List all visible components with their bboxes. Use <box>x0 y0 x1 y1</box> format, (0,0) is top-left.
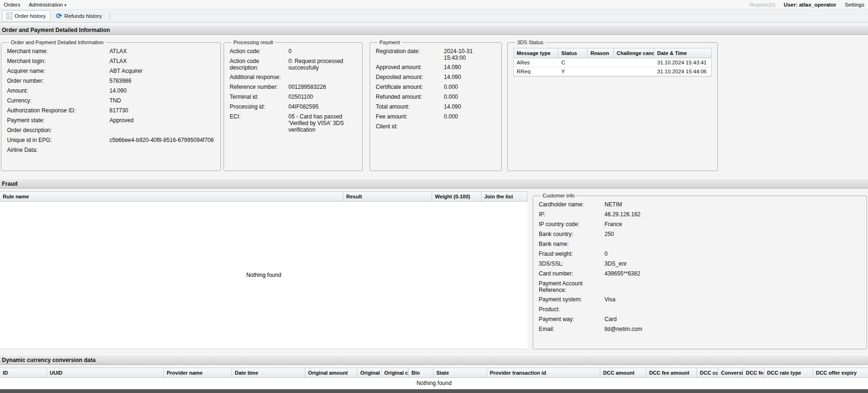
field-label: Processing id: <box>230 103 288 110</box>
field-row: Additional response: <box>230 74 356 81</box>
column-header[interactable]: DCC offer expiry <box>813 368 868 377</box>
table-cell <box>614 67 654 76</box>
field-row: Action code:0 <box>230 48 356 55</box>
order-details-fieldset: Order and Payment Detailed Information M… <box>1 39 221 171</box>
field-row: Fee amount:0.000 <box>376 113 496 120</box>
field-row: Refunded amount:0.000 <box>376 94 496 101</box>
field-row: Payment system:Visa <box>539 296 861 303</box>
table-cell: C <box>558 58 588 67</box>
threeds-status-legend: 3DS Status <box>515 39 545 45</box>
column-header[interactable]: Bin <box>409 368 434 377</box>
column-header[interactable]: Result <box>343 192 432 201</box>
field-row: Total amount:14.090 <box>376 103 496 110</box>
field-row: Product: <box>539 306 861 313</box>
field-row: Terminal id:02501100 <box>230 94 356 101</box>
field-value: TND <box>109 97 215 104</box>
column-header[interactable]: Join the list <box>481 192 527 201</box>
dcc-table-header: IDUUIDProvider nameDate timeOriginal amo… <box>0 368 868 378</box>
column-header[interactable]: DCC amount <box>600 368 646 377</box>
field-row: Payment Account Reference: <box>539 280 861 293</box>
column-header[interactable]: Reason <box>588 48 614 58</box>
fraud-table-header: Rule nameResultWeight (0-100)Join the li… <box>0 191 527 202</box>
menu-orders[interactable]: Orders <box>4 2 20 8</box>
field-value: ATLAX <box>109 58 215 64</box>
application-window: Orders Administration▾ Reports(0) User: … <box>0 0 868 393</box>
column-header[interactable]: DCC fee <box>743 368 764 377</box>
column-header[interactable]: Provider transaction id <box>487 368 600 377</box>
field-label: Amount: <box>7 87 109 94</box>
field-label: Payment state: <box>7 117 109 124</box>
field-label: Card number: <box>539 270 604 277</box>
field-label: Airline Data: <box>7 147 109 153</box>
column-header[interactable]: Original amount <box>305 368 357 377</box>
field-label: Certificate amount: <box>376 84 444 90</box>
field-value: 02501100 <box>288 94 356 100</box>
field-value: c5b6bee4-b920-40f8-8516-67995094f706 <box>109 137 215 143</box>
field-label: IP: <box>539 211 604 218</box>
table-row[interactable]: AResC31.10.2024 15:43:41 <box>514 58 711 67</box>
threeds-table-body: AResC31.10.2024 15:43:41RReqY31.10.2024 … <box>514 58 711 76</box>
column-header[interactable]: Original c <box>381 368 409 377</box>
threeds-table-header: Message typeStatusReasonChallenge cancel… <box>514 48 711 58</box>
column-header[interactable]: Provider name <box>164 368 232 377</box>
column-header[interactable]: DCC curr <box>697 368 718 377</box>
field-label: Reference number: <box>230 84 288 90</box>
column-header[interactable]: Message type <box>514 48 558 58</box>
fraud-table-empty-state: Nothing found <box>0 202 527 348</box>
menu-settings[interactable]: Settings <box>845 2 864 8</box>
table-cell: RReq <box>514 67 558 76</box>
field-value: 001289583226 <box>288 84 356 90</box>
field-row: Email:tld@netim.com <box>539 326 861 333</box>
column-header[interactable]: Date & Time <box>654 48 711 58</box>
customer-info-legend: Customer info <box>541 193 576 198</box>
column-header[interactable]: ID <box>0 368 47 377</box>
menu-administration[interactable]: Administration▾ <box>29 2 66 8</box>
field-row: Payment state:Approved <box>7 117 215 124</box>
field-value: 14.090 <box>444 64 496 71</box>
tab-order-history[interactable]: Order history <box>2 10 50 22</box>
tab-refunds-history-label: Refunds history <box>64 13 102 19</box>
table-cell: 31.10.2024 15:43:41 <box>654 58 711 67</box>
column-header[interactable]: UUID <box>47 368 164 377</box>
column-header[interactable]: Original f <box>357 368 381 377</box>
field-value: France <box>604 221 861 228</box>
field-row: Authorization Response ID:817730 <box>7 107 215 114</box>
field-row: Amount:14.090 <box>7 87 215 94</box>
field-label: Approved amount: <box>376 64 444 71</box>
field-value: Card <box>604 316 861 322</box>
column-header[interactable]: State <box>434 368 487 377</box>
field-label: Authorization Response ID: <box>7 107 109 114</box>
field-row: Processing id:04IF082595 <box>230 103 356 110</box>
field-value: 14.090 <box>444 74 496 80</box>
customer-info-fields: Cardholder name:NETIMIP:46.29.126.162IP … <box>539 201 861 333</box>
field-row: Bank name: <box>539 241 861 248</box>
column-header[interactable]: Conversi <box>718 368 743 377</box>
column-header[interactable]: Challenge cancel <box>614 48 654 58</box>
field-label: Action code description: <box>230 58 288 71</box>
tab-refunds-history[interactable]: ⟳ Refunds history <box>51 10 106 22</box>
field-label: Order number: <box>7 78 109 84</box>
field-value: 817730 <box>109 107 215 114</box>
column-header[interactable]: Status <box>558 48 588 58</box>
field-row: Unique id in EPG:c5b6bee4-b920-40f8-8516… <box>7 137 215 144</box>
field-row: Merchant name:ATLAX <box>7 48 215 55</box>
table-row[interactable]: RReqY31.10.2024 15:44:06 <box>514 67 711 76</box>
column-header[interactable]: DCC fee amount <box>646 368 697 377</box>
field-row: Cardholder name:NETIM <box>539 201 861 208</box>
field-value: 04IF082595 <box>288 103 356 110</box>
table-cell <box>588 67 614 76</box>
tab-order-history-label: Order history <box>15 13 46 19</box>
payment-fieldset: Payment Registration date:2024-10-31 15:… <box>370 39 502 171</box>
column-header[interactable]: DCC rate type <box>764 368 813 377</box>
field-row: ECI:05 - Card has passed 'Verified by VI… <box>230 113 356 133</box>
field-label: IP country code: <box>539 221 604 228</box>
field-label: Email: <box>539 326 604 332</box>
column-header[interactable]: Date time <box>232 368 305 377</box>
field-label: Bank country: <box>539 231 604 237</box>
table-cell <box>588 58 614 67</box>
menu-reports[interactable]: Reports(0) <box>750 2 775 8</box>
column-header[interactable]: Rule name <box>0 192 343 201</box>
field-label: Fraud weight: <box>539 251 604 257</box>
horizontal-scrollbar[interactable] <box>0 389 868 393</box>
column-header[interactable]: Weight (0-100) <box>432 192 481 201</box>
